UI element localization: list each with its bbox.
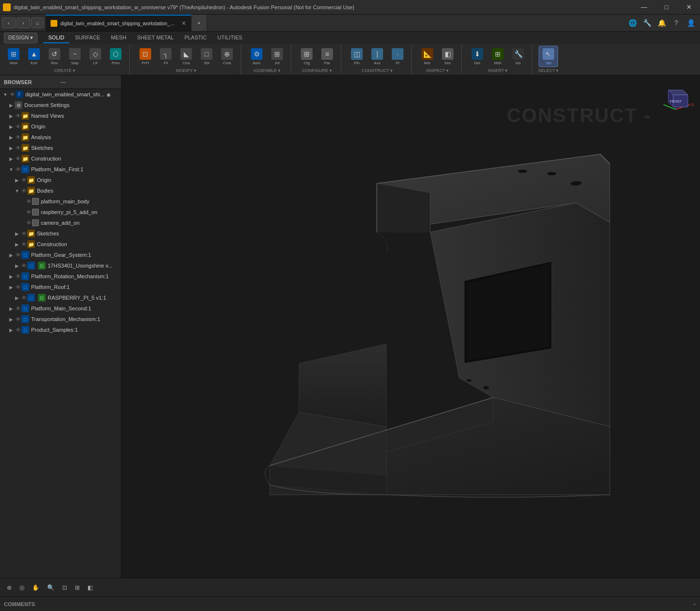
expand-analysis[interactable]: ▶ xyxy=(8,135,15,140)
design-mode-button[interactable]: DESIGN ▾ xyxy=(4,33,37,43)
press-pull-button[interactable]: ⊡ PrPl xyxy=(136,46,155,67)
account-button[interactable]: 👤 xyxy=(684,18,697,28)
tree-item-pmf-sketches[interactable]: ▶ 👁 📁 Sketches xyxy=(0,228,121,239)
tree-item-platform-rotation[interactable]: ▶ 👁 □ Platform_Rotation_Mechanism:1 xyxy=(0,271,121,282)
tree-item-origin[interactable]: ▶ 👁 📁 Origin xyxy=(0,121,121,132)
visibility-raspberry-pi-addon[interactable]: 👁 xyxy=(25,209,32,215)
joint-button[interactable]: ⊞ Jnt xyxy=(267,46,287,67)
tree-item-product-samples[interactable]: ▶ 👁 □ Product_Samples:1 xyxy=(0,324,121,335)
chamfer-button[interactable]: ◣ Cha xyxy=(176,46,196,67)
visibility-product-samples[interactable]: 👁 xyxy=(15,327,21,333)
comments-collapse-button[interactable]: + xyxy=(693,601,696,607)
construct-plane-button[interactable]: ◫ Pln xyxy=(347,46,367,67)
visibility-camera-addon[interactable]: 👁 xyxy=(25,220,32,226)
tree-item-named-views[interactable]: ▶ 👁 📁 Named Views xyxy=(0,110,121,121)
visibility-platform-main-second[interactable]: 👁 xyxy=(15,306,21,311)
expand-pmf-origin[interactable]: ▶ xyxy=(14,178,20,183)
tree-item-root[interactable]: ▼ 👁 F digital_twin_enabled_smart_shi... … xyxy=(0,89,121,100)
expand-platform-rotation[interactable]: ▶ xyxy=(8,274,15,279)
visibility-platform-rotation[interactable]: 👁 xyxy=(15,273,21,279)
tree-item-platform-main-first[interactable]: ▼ 👁 □ Platform_Main_First:1 xyxy=(0,164,121,175)
forward-button[interactable]: › xyxy=(17,18,30,28)
orbit-button[interactable]: ⊕ xyxy=(4,581,15,594)
expand-platform-gear[interactable]: ▶ xyxy=(8,252,15,258)
visibility-platform-gear[interactable]: 👁 xyxy=(15,252,21,258)
expand-transportation[interactable]: ▶ xyxy=(8,317,15,322)
tab-sheet-metal[interactable]: SHEET METAL xyxy=(132,33,178,43)
maximize-button[interactable]: □ xyxy=(655,0,678,15)
visibility-root[interactable]: 👁 xyxy=(9,91,16,97)
home-button[interactable]: ⌂ xyxy=(31,18,44,28)
expand-doc-settings[interactable]: ▶ xyxy=(8,103,15,108)
revolve-button[interactable]: ↺ Rev xyxy=(45,46,64,67)
expand-pmf-sketches[interactable]: ▶ xyxy=(14,231,20,236)
grid-button[interactable]: ⊞ xyxy=(72,581,83,594)
visibility-sketches[interactable]: 👁 xyxy=(15,145,21,151)
visibility-transportation[interactable]: 👁 xyxy=(15,316,21,322)
parameters-button[interactable]: ≡ Par xyxy=(317,46,337,67)
notifications-button[interactable]: 🔔 xyxy=(655,18,668,28)
minimize-button[interactable]: — xyxy=(633,0,655,15)
tree-item-raspberry-pi[interactable]: ▶ 👁 □ ⛓ RASPBERRY_PI_5 v1:1 xyxy=(0,292,121,303)
visibility-17hs3401[interactable]: 👁 xyxy=(20,263,27,269)
close-button[interactable]: ✕ xyxy=(678,0,700,15)
expand-raspberry-pi[interactable]: ▶ xyxy=(14,295,20,301)
tab-surface[interactable]: SURFACE xyxy=(70,33,105,43)
combine-button[interactable]: ⊕ Cmb xyxy=(217,46,237,67)
browser-collapse-button[interactable]: — xyxy=(61,79,118,85)
expand-origin[interactable]: ▶ xyxy=(8,124,15,129)
tree-item-platform-main-second[interactable]: ▶ 👁 □ Platform_Main_Second:1 xyxy=(0,303,121,314)
tree-item-raspberry-pi-addon[interactable]: 👁 raspberry_pi_5_add_on xyxy=(0,207,121,217)
expand-root[interactable]: ▼ xyxy=(2,92,9,97)
extrude-button[interactable]: ▲ Extr xyxy=(24,46,44,67)
expand-pmf-bodies[interactable]: ▼ xyxy=(14,188,20,194)
back-button[interactable]: ‹ xyxy=(2,18,16,28)
fit-button[interactable]: ⊡ xyxy=(59,581,70,594)
tab-plastic[interactable]: PLASTIC xyxy=(179,33,211,43)
loft-button[interactable]: ◇ Lft xyxy=(86,46,105,67)
zoom-button[interactable]: 🔍 xyxy=(44,581,57,594)
expand-platform-main-first[interactable]: ▼ xyxy=(8,167,15,172)
tree-item-analysis[interactable]: ▶ 👁 📁 Analysis xyxy=(0,132,121,143)
select-button[interactable]: ↖ Sel xyxy=(539,46,558,67)
expand-pmf-construction[interactable]: ▶ xyxy=(14,242,20,247)
help-button[interactable]: ? xyxy=(670,18,682,28)
tree-item-doc-settings[interactable]: ▶ ⚙ Document Settings xyxy=(0,100,121,110)
pan-button[interactable]: ✋ xyxy=(29,581,42,594)
browser-button[interactable]: 🌐 xyxy=(626,18,639,28)
tree-item-transportation[interactable]: ▶ 👁 □ Transportation_Mechanism:1 xyxy=(0,314,121,324)
extensions-button[interactable]: 🔧 xyxy=(641,18,653,28)
new-component-button[interactable]: ⊞ New xyxy=(4,46,23,67)
tree-item-pmf-origin[interactable]: ▶ 👁 📁 Origin xyxy=(0,175,121,185)
insert-component-button[interactable]: 🔧 Ins xyxy=(508,46,528,67)
tree-item-sketches[interactable]: ▶ 👁 📁 Sketches xyxy=(0,143,121,153)
tree-item-platform-main-body[interactable]: 👁 platform_main_body xyxy=(0,196,121,207)
visibility-construction1[interactable]: 👁 xyxy=(15,156,21,162)
active-tab[interactable]: digital_twin_enabled_smart_shipping_work… xyxy=(46,15,192,31)
visibility-pmf-origin[interactable]: 👁 xyxy=(20,177,27,183)
visibility-origin[interactable]: 👁 xyxy=(15,124,21,129)
tab-solid[interactable]: SOLID xyxy=(43,33,69,43)
tree-item-construction1[interactable]: ▶ 👁 📁 Construction xyxy=(0,153,121,164)
visibility-raspberry-pi[interactable]: 👁 xyxy=(20,295,27,301)
tree-item-camera-addon[interactable]: 👁 camera_add_on xyxy=(0,217,121,228)
visibility-platform-main-body[interactable]: 👁 xyxy=(25,198,32,204)
visibility-named-views[interactable]: 👁 xyxy=(15,113,21,119)
construct-point-button[interactable]: · Pt xyxy=(388,46,407,67)
tree-item-pmf-bodies[interactable]: ▼ 👁 📁 Bodies xyxy=(0,185,121,196)
expand-construction1[interactable]: ▶ xyxy=(8,156,15,162)
section-button[interactable]: ◧ Sec xyxy=(438,46,457,67)
look-button[interactable]: ◎ xyxy=(17,581,27,594)
tab-mesh[interactable]: MESH xyxy=(106,33,131,43)
configure-button[interactable]: ⊞ Cfg xyxy=(297,46,316,67)
expand-sketches[interactable]: ▶ xyxy=(8,145,15,151)
new-tab-button[interactable]: + xyxy=(192,15,207,31)
expand-product-samples[interactable]: ▶ xyxy=(8,327,15,333)
appearance-button[interactable]: ◧ xyxy=(85,581,96,594)
shell-button[interactable]: □ Shl xyxy=(197,46,216,67)
viewcube[interactable]: X Z FRONT xyxy=(656,80,695,119)
close-tab-button[interactable]: ✕ xyxy=(181,20,186,27)
expand-platform-roof[interactable]: ▶ xyxy=(8,285,15,290)
insert-derive-button[interactable]: ⬇ Der xyxy=(468,46,487,67)
assemble-button[interactable]: ⚙ Asm xyxy=(247,46,266,67)
